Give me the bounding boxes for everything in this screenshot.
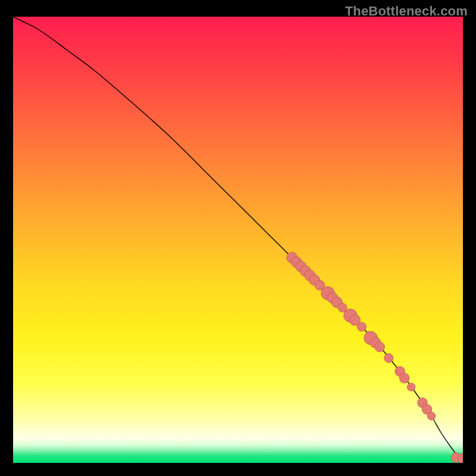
chart-stage: TheBottleneck.com — [0, 0, 476, 476]
data-marker — [399, 373, 409, 383]
gradient-background — [13, 17, 463, 463]
data-marker — [375, 342, 385, 352]
data-marker — [384, 353, 393, 362]
chart-svg — [13, 17, 463, 463]
data-marker — [407, 383, 415, 392]
data-marker — [427, 412, 436, 420]
plot-area — [13, 17, 463, 463]
data-marker — [357, 322, 366, 331]
